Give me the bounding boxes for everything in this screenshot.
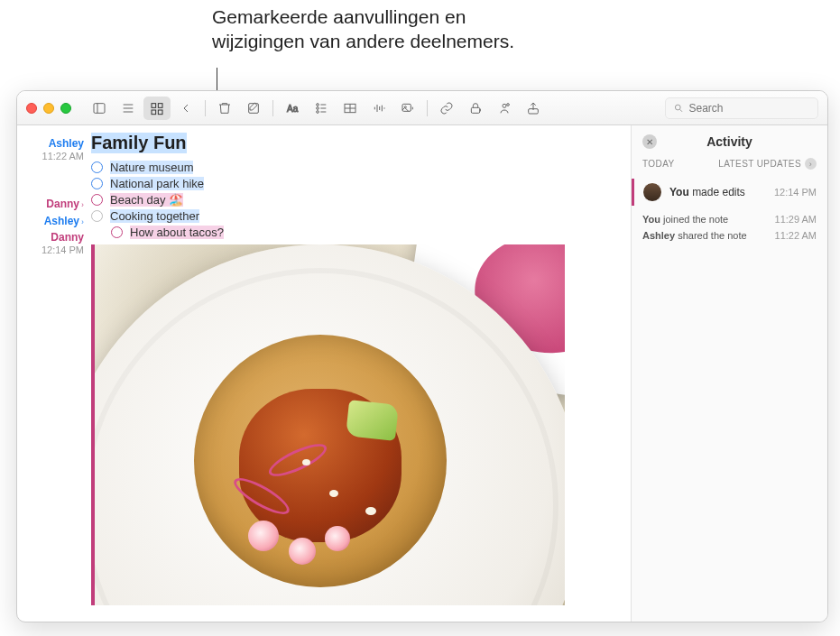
window-controls [26,103,71,114]
note-body[interactable]: Family Fun Nature museum National park h… [91,125,631,622]
svg-rect-0 [94,103,105,113]
gutter-time: 11:22 AM [24,151,84,161]
audio-button[interactable] [365,97,392,120]
gutter-time: 12:14 PM [24,244,84,255]
checklist-item[interactable]: Nature museum [91,161,622,174]
note-image[interactable] [91,244,565,605]
image-cheese [329,490,338,497]
note-content-area: Ashley 11:22 AM Danny› Ashley› Danny 12:… [17,125,631,622]
sidebar-toggle-button[interactable] [86,97,113,120]
checklist-text[interactable]: Nature museum [110,161,193,174]
checkbox[interactable] [111,226,123,238]
activity-today-label: TODAY [642,159,675,169]
image-lime [346,400,399,441]
activity-row[interactable]: Ashley shared the note 11:22 AM [642,227,817,244]
svg-rect-6 [158,103,162,107]
gallery-view-button[interactable] [143,97,171,120]
checklist-item[interactable]: National park hike [91,177,622,190]
activity-panel: ✕ Activity TODAY LATEST UPDATES › You ma… [631,125,827,622]
notes-window: Aa Ashley 11:22 AM Danny› Ashley› Danny [16,90,828,622]
activity-text: Ashley shared the note [642,230,747,241]
checklist-text[interactable]: Cooking together [110,209,199,223]
activity-title: Activity [642,134,817,149]
svg-text:Aa: Aa [287,104,299,114]
svg-rect-5 [152,103,156,107]
activity-text: You joined the note [642,214,728,225]
gutter-author: Ashley [24,136,84,152]
checklist-item[interactable]: How about tacos? [111,226,622,239]
image-radish [248,521,279,551]
svg-point-11 [317,103,319,106]
image-radish [325,526,350,551]
activity-header: ✕ Activity [642,134,817,149]
toolbar: Aa [17,91,827,125]
checklist-item[interactable]: Beach day 🏖️ [91,193,622,207]
activity-row-primary[interactable]: You made edits 12:14 PM [632,179,817,206]
format-button[interactable]: Aa [279,97,306,120]
checkbox[interactable] [91,178,103,189]
checklist-text[interactable]: Beach day 🏖️ [110,193,183,207]
checklist-button[interactable] [308,97,335,120]
activity-latest-label: LATEST UPDATES [718,159,801,169]
gutter-author[interactable]: Ashley› [24,214,84,229]
callout-text: Gemarkeerde aanvullingen en wijzigingen … [212,5,514,54]
chevron-right-icon: › [805,158,817,170]
gutter-author[interactable]: Danny› [24,197,84,212]
activity-text: You made edits [669,186,767,198]
back-button[interactable] [172,97,199,120]
attribution-gutter: Ashley 11:22 AM Danny› Ashley› Danny 12:… [17,125,91,622]
callout-line1: Gemarkeerde aanvullingen en [212,6,466,27]
image-cheese [365,507,376,515]
activity-subheader: TODAY LATEST UPDATES › [642,158,817,170]
svg-point-15 [317,110,319,113]
svg-point-13 [317,106,319,109]
collaborate-button[interactable] [491,97,518,120]
checklist-item[interactable]: Cooking together [91,209,622,223]
image-radish [289,538,316,565]
checklist: Nature museum National park hike Beach d… [91,161,622,239]
svg-rect-7 [152,110,156,115]
svg-point-29 [507,103,510,106]
media-button[interactable] [394,97,421,120]
search-field[interactable] [665,97,818,119]
toolbar-separator [427,100,428,116]
checkbox[interactable] [91,161,103,173]
activity-latest-button[interactable]: LATEST UPDATES › [718,158,817,170]
minimize-window-button[interactable] [43,103,54,114]
avatar [642,182,662,202]
callout-line2: wijzigingen van andere deelnemers. [212,31,514,51]
delete-button[interactable] [211,97,238,120]
activity-time: 11:29 AM [775,214,817,225]
svg-line-32 [680,109,682,111]
activity-row[interactable]: You joined the note 11:29 AM [642,211,817,227]
svg-point-31 [675,105,680,110]
activity-time: 11:22 AM [775,230,817,241]
search-icon [673,102,684,114]
lock-button[interactable] [462,97,489,120]
link-button[interactable] [433,97,460,120]
activity-time: 12:14 PM [774,187,817,198]
toolbar-separator [272,100,273,116]
checkbox[interactable] [91,194,103,206]
svg-point-28 [503,104,506,107]
zoom-window-button[interactable] [60,103,71,114]
search-input[interactable] [689,102,811,115]
share-button[interactable] [520,97,547,120]
new-note-button[interactable] [240,97,267,120]
svg-rect-27 [471,107,479,113]
gutter-author: Danny [24,230,84,245]
note-title[interactable]: Family Fun [91,133,187,153]
list-view-button[interactable] [115,97,142,120]
close-window-button[interactable] [26,103,37,114]
toolbar-separator [205,100,206,116]
checkbox[interactable] [91,210,103,222]
image-cheese [302,459,310,465]
checklist-text[interactable]: National park hike [110,177,204,190]
checklist-text[interactable]: How about tacos? [130,226,224,239]
table-button[interactable] [337,97,364,120]
window-body: Ashley 11:22 AM Danny› Ashley› Danny 12:… [17,125,827,622]
svg-rect-8 [158,110,162,115]
